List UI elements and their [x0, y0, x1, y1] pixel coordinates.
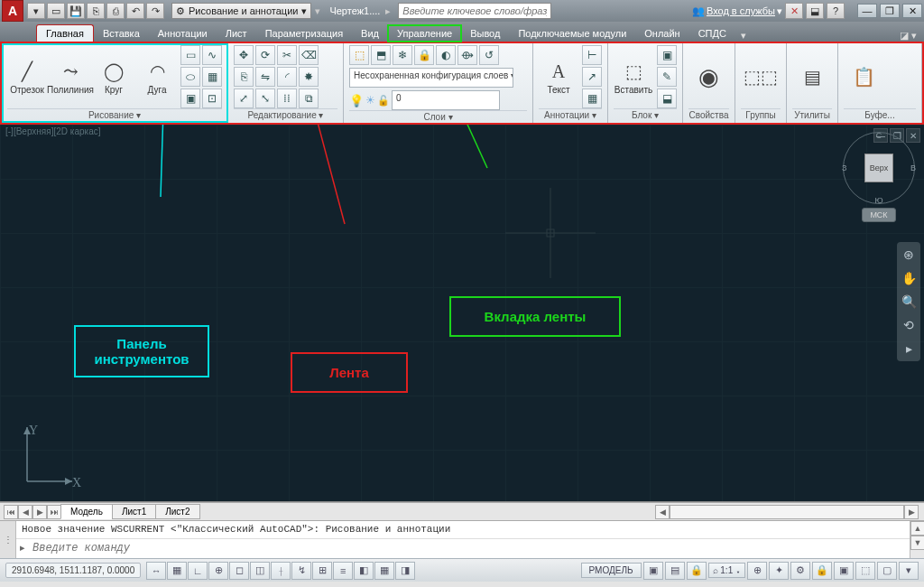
panel-draw-label[interactable]: Рисование ▾ [7, 108, 222, 123]
move-icon[interactable]: ✥ [234, 45, 254, 65]
annovis-icon[interactable]: ⊕ [747, 562, 767, 580]
open-icon[interactable]: ▭ [47, 3, 65, 19]
dyn-icon[interactable]: ⊞ [312, 562, 332, 580]
layout2-tab[interactable]: Лист2 [155, 504, 199, 519]
leader-icon[interactable]: ↗ [582, 67, 602, 87]
model-tab[interactable]: Модель [60, 504, 113, 519]
spline-icon[interactable]: ∿ [202, 45, 222, 65]
wheel-icon[interactable]: ⊛ [900, 246, 918, 264]
cmd-grip-icon[interactable]: ⋮ [0, 521, 16, 558]
first-tab-icon[interactable]: ⏮ [4, 505, 18, 519]
tab-annotate[interactable]: Аннотации [149, 25, 217, 42]
saveas-icon[interactable]: ⎘ [87, 3, 105, 19]
explode-icon[interactable]: ✸ [299, 67, 319, 87]
help-icon[interactable]: ? [827, 3, 845, 19]
copy-icon[interactable]: ⎘ [234, 67, 254, 87]
edit-block-icon[interactable]: ✎ [657, 67, 677, 87]
last-tab-icon[interactable]: ⏭ [47, 505, 61, 519]
tab-home[interactable]: Главная [36, 24, 94, 42]
search-input[interactable] [398, 3, 551, 19]
layer-off-icon[interactable]: ◐ [436, 45, 456, 65]
layer-freeze-icon[interactable]: ❄ [393, 45, 412, 65]
pan-icon[interactable]: ✋ [900, 269, 918, 287]
tabs-dropdown-icon[interactable]: ▾ [741, 30, 746, 42]
command-input[interactable] [32, 542, 906, 554]
erase-icon[interactable]: ⌫ [299, 45, 319, 65]
close-button[interactable]: ✕ [902, 4, 922, 18]
workspace-dropdown[interactable]: ⚙Рисование и аннотации▾ [171, 3, 311, 19]
layer-prop-icon[interactable]: ⬚ [349, 45, 369, 65]
create-block-icon[interactable]: ▣ [657, 45, 677, 65]
line-button[interactable]: ╱Отрезок [7, 59, 47, 95]
cmd-scroll-down-icon[interactable]: ▼ [910, 536, 924, 550]
polar-icon[interactable]: ⊕ [208, 562, 228, 580]
attr-icon[interactable]: ⬓ [657, 89, 677, 108]
scroll-left-icon[interactable]: ◀ [655, 505, 670, 519]
table-icon[interactable]: ▦ [582, 89, 602, 108]
cleanscreen-icon[interactable]: ▢ [877, 562, 897, 580]
save-icon[interactable]: 💾 [67, 3, 85, 19]
panel-block-label[interactable]: Блок ▾ [614, 108, 677, 123]
tab-online[interactable]: Онлайн [635, 25, 688, 42]
ws-switch-icon[interactable]: ⚙ [790, 562, 810, 580]
panel-layers-label[interactable]: Слои ▾ [349, 110, 527, 123]
ducs-icon[interactable]: ↯ [291, 562, 311, 580]
cmd-scroll-up-icon[interactable]: ▲ [910, 521, 924, 536]
tab-parametric[interactable]: Параметризация [256, 25, 352, 42]
tab-plugins[interactable]: Подключаемые модули [509, 25, 635, 42]
qp-icon[interactable]: ▦ [374, 562, 394, 580]
coordinates[interactable]: 2910.6948, 1511.1187, 0.0000 [5, 563, 141, 578]
ucs-dropdown[interactable]: МСК [862, 208, 896, 222]
zoom-icon[interactable]: 🔍 [900, 293, 918, 311]
viewcube[interactable]: Верх С Ю В З МСК [843, 132, 915, 222]
arc-button[interactable]: ◠Дуга [137, 59, 177, 95]
panel-properties-label[interactable]: Свойства [688, 108, 729, 123]
region-icon[interactable]: ▣ [180, 89, 200, 108]
layer-match-icon[interactable]: ⟴ [457, 45, 477, 65]
hscrollbar[interactable] [670, 505, 904, 519]
tray-settings-icon[interactable]: ▾ [899, 562, 919, 580]
layer-lock-icon[interactable]: 🔒 [414, 45, 434, 65]
viewport-label[interactable]: [-][Верхняя][2D каркас] [5, 126, 100, 136]
ribbon-minimize-icon[interactable]: ◪ ▾ [900, 30, 917, 42]
rectangle-icon[interactable]: ▭ [180, 45, 200, 65]
utilities-button[interactable]: ▤ [792, 64, 832, 89]
quickview-dwg-icon[interactable]: ▤ [665, 562, 685, 580]
plot-icon[interactable]: ⎙ [106, 3, 125, 19]
hatch-icon[interactable]: ▦ [202, 67, 222, 87]
layer-state-combo[interactable]: Несохраненная конфигурация слоев ▾ [349, 68, 513, 88]
annotation-scale[interactable]: ⌕ 1:1 ▾ [708, 563, 745, 578]
tab-spds[interactable]: СПДС [689, 25, 735, 42]
signin-button[interactable]: 👥 Вход в службы ▾ [692, 5, 782, 17]
panel-groups-label[interactable]: Группы [741, 108, 781, 123]
stretch-icon[interactable]: ⤢ [234, 89, 254, 108]
isolate-icon[interactable]: ⬚ [855, 562, 875, 580]
tab-layout[interactable]: Лист [217, 25, 256, 42]
annoviewport-icon[interactable]: ✦ [769, 562, 789, 580]
tab-view[interactable]: Вид [352, 25, 388, 42]
undo-icon[interactable]: ↶ [126, 3, 144, 19]
panel-clipboard-label[interactable]: Буфе... [844, 108, 916, 123]
layer-iso-icon[interactable]: ⬒ [371, 45, 391, 65]
redo-icon[interactable]: ↷ [146, 3, 164, 19]
current-layer-combo[interactable]: 0 [392, 90, 500, 110]
prev-tab-icon[interactable]: ◀ [18, 505, 32, 519]
polyline-button[interactable]: ⤳Полилиния [51, 59, 90, 95]
showmotion-icon[interactable]: ▸ [900, 340, 918, 358]
circle-button[interactable]: ◯Круг [94, 59, 134, 95]
array-icon[interactable]: ⁞⁞ [277, 89, 297, 108]
tab-output[interactable]: Вывод [461, 25, 509, 42]
ortho-icon[interactable]: ∟ [188, 562, 208, 580]
3dosnap-icon[interactable]: ◫ [250, 562, 270, 580]
orbit-icon[interactable]: ⟲ [900, 316, 918, 334]
viewcube-face[interactable]: Верх [864, 154, 893, 182]
quickview-icon[interactable]: ▣ [643, 562, 663, 580]
tpy-icon[interactable]: ◧ [354, 562, 374, 580]
app-logo[interactable]: A [2, 0, 23, 22]
offset-icon[interactable]: ⧉ [299, 89, 319, 108]
dim-icon[interactable]: ⊢ [582, 45, 602, 65]
panel-utilities-label[interactable]: Утилиты [792, 108, 832, 123]
restore-button[interactable]: ❐ [880, 4, 900, 18]
panel-modify-label[interactable]: Редактирование ▾ [234, 108, 337, 123]
drawing-area[interactable]: [-][Верхняя][2D каркас] — ❐ ✕ Y X Верх С… [0, 125, 924, 502]
